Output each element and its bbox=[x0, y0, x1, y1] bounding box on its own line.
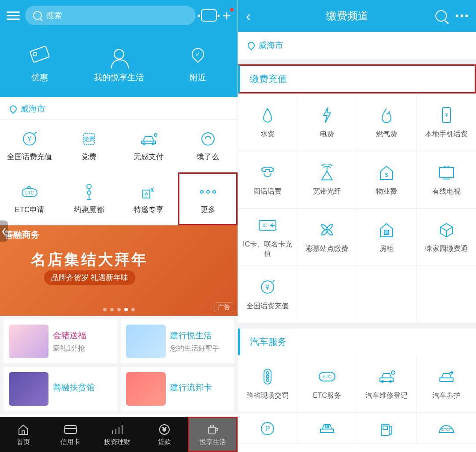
promo-card-2[interactable]: 建行悦生活 您的生活好帮手 bbox=[121, 319, 234, 363]
svg-rect-52 bbox=[383, 426, 387, 430]
car-care-icon bbox=[437, 367, 456, 386]
car-pay-icon bbox=[139, 130, 158, 148]
svg-point-39 bbox=[266, 372, 269, 374]
svg-point-7 bbox=[202, 133, 214, 145]
cell-lottery[interactable]: 彩票站点缴费 bbox=[298, 209, 357, 266]
cell-rental-car[interactable]: 租 bbox=[298, 413, 357, 444]
svg-text:P: P bbox=[265, 425, 270, 433]
svg-point-6 bbox=[154, 134, 157, 136]
cell-gas[interactable]: 燃气费 bbox=[357, 94, 416, 151]
car-repair-icon bbox=[377, 367, 396, 386]
cell-contactless-pay[interactable]: 无感支付 bbox=[119, 120, 178, 172]
svg-point-40 bbox=[266, 375, 269, 378]
cell-traffic-fine[interactable]: 跨省现场交罚 bbox=[238, 355, 298, 413]
ad-label: 广告 bbox=[215, 303, 233, 312]
cell-etcp[interactable]: ETCP bbox=[416, 413, 476, 444]
promo-banner[interactable]: 善融商务 名店集结大拜年 品牌齐贺岁 礼遇新年味 广告 bbox=[0, 225, 238, 316]
cell-mobile[interactable]: ¥本地手机话费 bbox=[416, 94, 476, 151]
svg-text:党费: 党费 bbox=[83, 136, 95, 142]
svg-text:IC: IC bbox=[263, 223, 268, 228]
cell-national-recharge[interactable]: ¥全国话费充值 bbox=[238, 266, 298, 323]
bolt-icon bbox=[322, 106, 332, 124]
promo-card-3[interactable]: 善融扶贫馆 bbox=[4, 367, 117, 411]
cell-water[interactable]: 水费 bbox=[238, 94, 298, 151]
add-button[interactable]: + bbox=[222, 7, 231, 24]
cell-electric[interactable]: 电费 bbox=[298, 94, 357, 151]
section-payment: 缴费充值 bbox=[238, 64, 476, 93]
cell-fuel[interactable] bbox=[357, 413, 416, 444]
iccard-icon: IC bbox=[258, 216, 277, 235]
svg-rect-28 bbox=[439, 168, 454, 177]
nav-invest[interactable]: 投资理财 bbox=[94, 417, 141, 452]
cell-landline[interactable]: 固话话费 bbox=[238, 151, 298, 209]
nav-creditcard[interactable]: 信用卡 bbox=[47, 417, 94, 452]
cell-parking[interactable]: P bbox=[238, 413, 298, 444]
cell-property[interactable]: $物业费 bbox=[357, 151, 416, 209]
cell-rent[interactable]: 租房租 bbox=[357, 209, 416, 266]
search-icon[interactable] bbox=[435, 10, 447, 22]
etcp-icon: ETCP bbox=[436, 419, 457, 438]
section-auto: 汽车服务 bbox=[238, 329, 476, 355]
cell-cabletv[interactable]: 有线电视 bbox=[416, 151, 476, 209]
cell-special-offer[interactable]: 抢 特邀专享 bbox=[119, 172, 178, 225]
cell-mihome[interactable]: 咪家园缴费通 bbox=[416, 209, 476, 266]
nav-loan[interactable]: ¥ 贷款 bbox=[141, 417, 188, 452]
chart-icon bbox=[111, 423, 123, 436]
search-input[interactable]: 搜索 bbox=[25, 6, 196, 25]
svg-point-10 bbox=[87, 184, 91, 189]
location-icon bbox=[8, 104, 19, 114]
svg-text:租: 租 bbox=[325, 425, 329, 429]
cell-phone-recharge[interactable]: ¥ 全国话费充值 bbox=[0, 120, 60, 172]
party-fee-icon: 党费 bbox=[80, 130, 98, 148]
svg-text:$: $ bbox=[385, 172, 388, 178]
search-icon bbox=[33, 11, 42, 20]
eleme-icon bbox=[200, 130, 216, 148]
location-selector[interactable]: 威海市 bbox=[238, 32, 476, 59]
cell-iccard[interactable]: ICIC卡、联名卡充值 bbox=[238, 209, 298, 266]
tab-mylife[interactable]: 我的悦享生活 bbox=[79, 31, 159, 97]
back-button[interactable]: ‹ bbox=[246, 8, 259, 24]
water-icon bbox=[261, 106, 274, 124]
robot-icon[interactable] bbox=[201, 9, 217, 22]
more-icon[interactable] bbox=[456, 15, 468, 17]
user-icon bbox=[114, 45, 124, 64]
back-handle[interactable]: ❮ bbox=[0, 220, 8, 242]
nav-life[interactable]: 悦享生活 bbox=[188, 417, 238, 452]
more-icon bbox=[200, 183, 216, 201]
promo-card-1[interactable]: 金猪送福 豪礼1分抢 bbox=[4, 319, 117, 363]
banner-subtitle: 品牌齐贺岁 礼遇新年味 bbox=[44, 270, 135, 285]
cell-shanghai-deals[interactable]: 约惠魔都 bbox=[60, 172, 119, 225]
cell-etc-service[interactable]: ETCETC服务 bbox=[298, 355, 357, 413]
tab-discount[interactable]: 优惠 bbox=[0, 31, 79, 97]
svg-text:¥: ¥ bbox=[265, 284, 270, 291]
cell-broadband[interactable]: 宽带光纤 bbox=[298, 151, 357, 209]
svg-text:ETC: ETC bbox=[323, 374, 331, 379]
promo-card-4[interactable]: 建行流邦卡 bbox=[121, 367, 234, 411]
svg-text:抢: 抢 bbox=[144, 192, 149, 197]
antenna-icon bbox=[319, 163, 335, 182]
phone-icon: ¥ bbox=[441, 106, 452, 124]
cube-icon bbox=[439, 220, 454, 239]
svg-text:ETC: ETC bbox=[25, 191, 34, 195]
tower-icon bbox=[82, 183, 96, 201]
svg-point-11 bbox=[87, 191, 91, 194]
promo-image bbox=[126, 325, 166, 358]
cell-car-care[interactable]: 汽车养护 bbox=[416, 355, 476, 413]
location-selector[interactable]: 威海市 bbox=[0, 97, 238, 120]
cell-etc-apply[interactable]: ETC ETC申请 bbox=[0, 172, 60, 225]
tab-nearby[interactable]: 附近 bbox=[158, 31, 238, 97]
svg-text:¥: ¥ bbox=[444, 112, 448, 118]
svg-point-41 bbox=[266, 379, 269, 381]
cell-eleme[interactable]: 饿了么 bbox=[178, 120, 238, 172]
cell-car-repair[interactable]: 汽车维修登记 bbox=[357, 355, 416, 413]
etc-icon: ETC bbox=[317, 367, 337, 386]
svg-text:¥: ¥ bbox=[162, 426, 166, 433]
home-icon bbox=[17, 423, 30, 436]
pin-icon bbox=[192, 45, 204, 64]
cell-party-fee[interactable]: 党费 党费 bbox=[60, 120, 119, 172]
hamburger-menu-icon[interactable] bbox=[7, 11, 20, 20]
gift-icon: 抢 bbox=[140, 183, 157, 201]
cell-more[interactable]: 更多 bbox=[178, 172, 238, 225]
nav-home[interactable]: 首页 bbox=[0, 417, 47, 452]
svg-text:租: 租 bbox=[384, 230, 389, 235]
